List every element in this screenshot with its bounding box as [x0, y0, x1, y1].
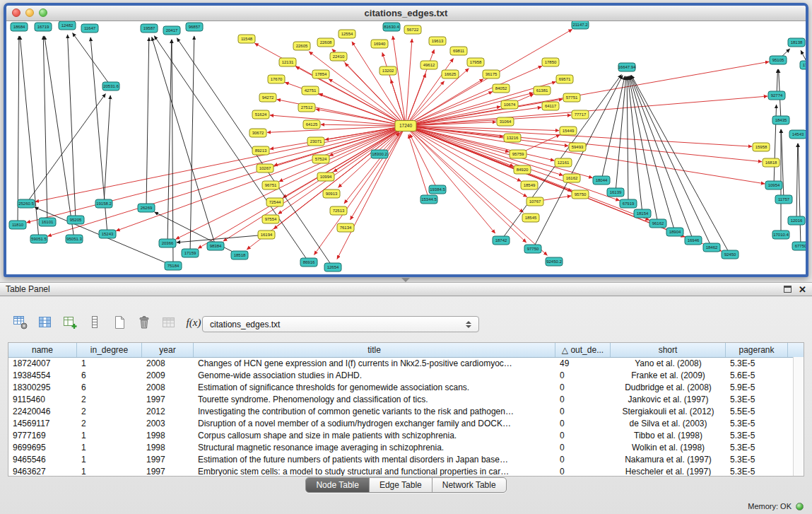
new-table-icon[interactable]	[110, 313, 129, 332]
network-node[interactable]: 94272	[259, 93, 276, 102]
network-node[interactable]: 18549	[521, 181, 538, 189]
column-header-short[interactable]: short	[611, 343, 726, 357]
table-row[interactable]: 1872400712008Changes of HCN gene express…	[8, 357, 794, 369]
network-node[interactable]: 18462	[703, 243, 720, 252]
network-node[interactable]: 17240	[395, 121, 416, 132]
network-node[interactable]: 69811	[450, 47, 467, 55]
network-node[interactable]: 81630.4	[383, 23, 400, 31]
network-node[interactable]: 16647.94	[618, 63, 636, 71]
network-node[interactable]: 89213	[252, 146, 269, 155]
network-node[interactable]: 18044	[593, 176, 610, 185]
zoom-window-button[interactable]	[39, 8, 47, 17]
network-node[interactable]: 13216	[504, 134, 521, 142]
network-node[interactable]: 15344.5	[420, 195, 437, 204]
network-node[interactable]: 11810	[9, 221, 26, 229]
network-node[interactable]: 64125	[303, 120, 320, 129]
import-table-icon[interactable]	[160, 313, 178, 332]
network-node[interactable]: 10674	[501, 100, 518, 109]
table-row[interactable]: 2242004622012Investigating the contribut…	[8, 405, 794, 417]
network-node[interactable]: 95205	[67, 216, 84, 224]
network-node[interactable]: 15243	[99, 230, 116, 238]
network-node[interactable]: 17958	[467, 58, 484, 66]
network-node[interactable]: 19384.5	[429, 185, 446, 194]
table-row[interactable]: 1830029562008Estimation of significance …	[8, 381, 794, 393]
network-node[interactable]: 17670	[268, 75, 285, 83]
network-node[interactable]: 16946	[685, 236, 702, 245]
network-node[interactable]: 10767	[526, 197, 543, 206]
tab-edge-table[interactable]: Edge Table	[370, 478, 433, 492]
network-node[interactable]: 26269	[138, 204, 155, 212]
network-node[interactable]: 72544	[266, 198, 283, 206]
network-node[interactable]: 19587	[141, 24, 158, 33]
network-node[interactable]: 23071	[307, 137, 324, 146]
network-node[interactable]: 51624	[252, 110, 269, 119]
column-header-out_degree[interactable]: △ out_de...	[555, 343, 611, 357]
network-node[interactable]: 57751	[563, 93, 580, 102]
network-node[interactable]: 11757	[775, 195, 792, 204]
network-node[interactable]: 69571	[556, 75, 573, 83]
network-node[interactable]: 12131	[279, 58, 296, 66]
column-header-in_degree[interactable]: in_degree	[77, 343, 142, 357]
network-node[interactable]: 12482	[59, 21, 76, 30]
network-node[interactable]: 59051.5	[30, 235, 47, 243]
network-node[interactable]: 77717	[572, 110, 589, 119]
table-row[interactable]: 969969511998Structural magnetic resonanc…	[8, 441, 794, 453]
network-node[interactable]: 57524	[312, 155, 329, 163]
network-node[interactable]: 49612	[420, 61, 437, 69]
network-node[interactable]: 18138	[788, 38, 805, 47]
network-node[interactable]: 76134	[337, 223, 354, 232]
network-node[interactable]: 98384	[207, 242, 224, 250]
network-node[interactable]: 95750	[572, 190, 589, 199]
table-row[interactable]: 946554611997Estimation of the future num…	[8, 453, 794, 465]
function-builder-icon[interactable]: f(x)	[184, 313, 203, 332]
network-node[interactable]: 56722	[404, 25, 421, 34]
network-node[interactable]: 67919	[620, 199, 637, 208]
network-node[interactable]: 19158.2	[95, 199, 112, 208]
network-node[interactable]: 96162	[649, 219, 666, 228]
table-row[interactable]: 1456911722003Disruption of a novel membe…	[8, 417, 794, 429]
network-node[interactable]: 18545	[522, 214, 539, 222]
network-node[interactable]: 16719	[35, 23, 52, 31]
table-mode-icon[interactable]	[11, 313, 30, 332]
column-header-year[interactable]: year	[142, 343, 194, 357]
network-node[interactable]: 20417	[163, 26, 180, 35]
network-node[interactable]: 18518	[231, 251, 248, 259]
network-node[interactable]: 17010.4	[772, 230, 789, 239]
float-panel-icon[interactable]	[784, 286, 792, 293]
network-node[interactable]: 97750	[524, 245, 541, 253]
network-node[interactable]: 95759	[510, 150, 526, 158]
network-node[interactable]: 61381	[534, 86, 551, 95]
network-node[interactable]: 18684	[11, 23, 28, 31]
network-node[interactable]: 15449	[560, 127, 577, 135]
table-row[interactable]: 911546021997Tourette syndrome. Phenomeno…	[8, 393, 794, 405]
network-node[interactable]: 17850	[542, 58, 559, 66]
network-node[interactable]: 21147.2	[572, 21, 589, 29]
network-node[interactable]: 59493	[569, 143, 586, 151]
tab-network-table[interactable]: Network Table	[433, 478, 506, 492]
network-node[interactable]: 18742	[493, 236, 510, 245]
network-node[interactable]: 90913	[323, 189, 340, 198]
network-node[interactable]: 19613	[429, 37, 446, 45]
network-node[interactable]: 25260.5	[18, 199, 35, 208]
network-node[interactable]: 92774	[768, 91, 785, 100]
network-node[interactable]: 16162	[563, 174, 580, 182]
network-node[interactable]: 97554	[262, 215, 279, 223]
row-height-icon[interactable]	[86, 313, 104, 332]
window-titlebar[interactable]: citations_edges.txt	[6, 6, 806, 21]
network-node[interactable]: 22410	[330, 52, 347, 61]
table-vertical-scrollbar[interactable]	[793, 357, 804, 476]
network-node[interactable]: 18300.2	[371, 150, 388, 158]
column-header-name[interactable]: name	[8, 343, 77, 357]
network-node[interactable]: 10267	[257, 164, 273, 173]
delete-table-icon[interactable]	[135, 313, 153, 332]
table-row[interactable]: 946362711997Embryonic stem cells: a mode…	[8, 465, 794, 476]
network-node[interactable]: 12654	[324, 263, 341, 271]
network-node[interactable]: 18435	[772, 116, 789, 124]
network-node[interactable]: 16940	[371, 40, 388, 48]
network-node[interactable]: 13202	[379, 66, 396, 75]
network-node[interactable]: 16625	[442, 70, 459, 78]
network-node[interactable]: 31064	[497, 117, 514, 126]
table-row[interactable]: 1938455462009Genome-wide association stu…	[8, 369, 794, 381]
network-node[interactable]: 16101	[39, 218, 56, 226]
network-node[interactable]: 30672	[249, 129, 266, 137]
